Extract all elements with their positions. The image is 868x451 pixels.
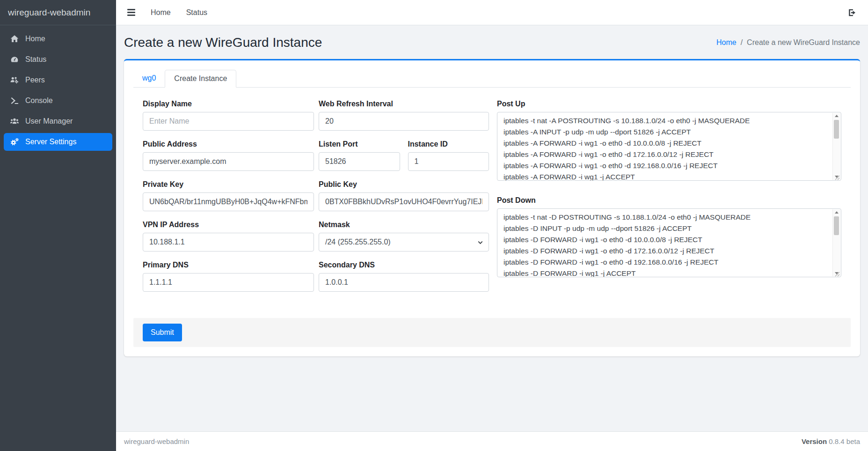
display-name-field[interactable]: [143, 112, 314, 131]
sidebar-item-label: Console: [25, 96, 53, 105]
content-header: Create a new WireGuard Instance Home / C…: [116, 25, 868, 59]
vpn-ip-field[interactable]: [143, 233, 314, 251]
sidebar-item-status[interactable]: Status: [4, 51, 112, 68]
content: wg0 Create Instance Display Name Public …: [116, 59, 868, 356]
top-navbar: Home Status: [116, 0, 868, 25]
menu-toggle-icon[interactable]: [127, 7, 135, 17]
tab-create-instance[interactable]: Create Instance: [165, 70, 236, 88]
page-footer: wireguard-webadmin Version 0.8.4 beta: [116, 431, 868, 451]
display-name-label: Display Name: [143, 100, 314, 108]
sidebar-item-label: Server Settings: [25, 138, 76, 146]
cogs-icon: [9, 137, 19, 147]
content-spacer: [116, 356, 868, 431]
breadcrumb-separator: /: [741, 38, 743, 47]
main-area: Home Status Create a new WireGuard Insta…: [116, 0, 868, 451]
footer-version-label: Version: [802, 437, 827, 445]
users-icon: [9, 117, 19, 126]
page-title: Create a new WireGuard Instance: [124, 35, 322, 50]
sidebar: wireguard-webadmin Home Status Peers Con…: [0, 0, 116, 451]
form-footer: Submit: [133, 318, 851, 347]
web-refresh-field[interactable]: [319, 112, 489, 131]
primary-dns-field[interactable]: [143, 273, 314, 292]
instance-form: Display Name Public Address Private Key …: [133, 100, 851, 301]
form-column-2: Web Refresh Interval Listen Port Instanc…: [319, 100, 489, 301]
sidebar-item-peers[interactable]: Peers: [4, 71, 112, 89]
post-up-label: Post Up: [497, 100, 841, 108]
netmask-selected-value: /24 (255.255.255.0): [325, 238, 391, 246]
sidebar-item-console[interactable]: Console: [4, 92, 112, 110]
secondary-dns-field[interactable]: [319, 273, 489, 292]
instance-id-field[interactable]: [408, 152, 489, 171]
footer-version-value: 0.8.4 beta: [829, 437, 860, 445]
primary-dns-label: Primary DNS: [143, 261, 314, 269]
breadcrumb-home-link[interactable]: Home: [716, 38, 737, 47]
navbar-link-home[interactable]: Home: [151, 8, 171, 17]
resize-grip-icon[interactable]: [834, 270, 840, 276]
scrollbar-thumb[interactable]: [834, 216, 839, 235]
scroll-up-icon[interactable]: [835, 211, 839, 214]
breadcrumb: Home / Create a new WireGuard Instance: [716, 38, 860, 47]
post-down-textarea[interactable]: iptables -t nat -D POSTROUTING -s 10.188…: [497, 208, 841, 277]
vpn-ip-label: VPN IP Address: [143, 221, 314, 229]
instance-id-label: Instance ID: [408, 140, 489, 148]
sidebar-item-home[interactable]: Home: [4, 30, 112, 48]
sidebar-item-user-manager[interactable]: User Manager: [4, 112, 112, 130]
footer-brand: wireguard-webadmin: [124, 437, 189, 445]
post-down-label: Post Down: [497, 196, 841, 205]
post-down-content: iptables -t nat -D POSTROUTING -s 10.188…: [497, 209, 832, 277]
sidebar-brand[interactable]: wireguard-webadmin: [0, 0, 116, 25]
sidebar-item-label: Peers: [25, 76, 45, 84]
home-icon: [9, 34, 19, 44]
post-up-textarea[interactable]: iptables -t nat -A POSTROUTING -s 10.188…: [497, 112, 841, 181]
web-refresh-label: Web Refresh Interval: [319, 100, 489, 108]
secondary-dns-label: Secondary DNS: [319, 261, 489, 269]
public-address-field[interactable]: [143, 152, 314, 171]
resize-grip-icon[interactable]: [834, 174, 840, 179]
public-key-label: Public Key: [319, 180, 489, 189]
chevron-down-icon: [477, 239, 484, 246]
footer-version: Version 0.8.4 beta: [802, 437, 860, 445]
form-column-3: Post Up iptables -t nat -A POSTROUTING -…: [497, 100, 841, 301]
scroll-up-icon[interactable]: [835, 115, 839, 117]
logout-icon[interactable]: [847, 8, 857, 17]
instance-tabs: wg0 Create Instance: [133, 70, 851, 88]
listen-port-label: Listen Port: [319, 140, 400, 148]
submit-button[interactable]: Submit: [143, 324, 182, 341]
private-key-label: Private Key: [143, 180, 314, 189]
sidebar-item-label: Status: [25, 55, 46, 64]
public-address-label: Public Address: [143, 140, 314, 148]
sidebar-nav: Home Status Peers Console User Manager: [0, 25, 116, 155]
post-up-content: iptables -t nat -A POSTROUTING -s 10.188…: [497, 112, 832, 180]
sidebar-item-server-settings[interactable]: Server Settings: [4, 133, 112, 151]
form-column-1: Display Name Public Address Private Key …: [143, 100, 314, 301]
sidebar-item-label: User Manager: [25, 117, 73, 126]
gauge-icon: [9, 55, 19, 65]
private-key-field[interactable]: [143, 192, 314, 211]
scrollbar-thumb[interactable]: [834, 120, 839, 139]
tab-wg0[interactable]: wg0: [133, 70, 165, 88]
breadcrumb-current: Create a new WireGuard Instance: [747, 38, 860, 47]
users-gear-icon: [9, 75, 19, 85]
navbar-link-status[interactable]: Status: [186, 8, 207, 17]
netmask-select[interactable]: /24 (255.255.255.0): [319, 233, 489, 251]
public-key-field[interactable]: [319, 192, 489, 211]
terminal-icon: [9, 96, 19, 106]
netmask-label: Netmask: [319, 221, 489, 229]
instance-card: wg0 Create Instance Display Name Public …: [124, 59, 860, 356]
listen-port-field[interactable]: [319, 152, 400, 171]
sidebar-item-label: Home: [25, 35, 45, 43]
